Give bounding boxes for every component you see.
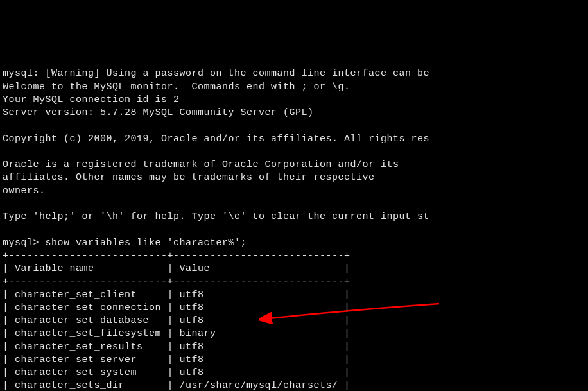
copyright-line: Copyright (c) 2000, 2019, Oracle and/or … [3,134,429,144]
server-version-line: Server version: 5.7.28 MySQL Community S… [3,107,314,118]
table-row: | character_set_connection | utf8 | [3,302,350,313]
trademark-line-3: owners. [3,186,46,196]
warning-line: mysql: [Warning] Using a password on the… [3,68,429,79]
table-row: | character_set_system | utf8 | [3,367,350,378]
table-row: | character_set_filesystem | binary | [3,328,350,339]
connection-line: Your MySQL connection id is 2 [3,94,180,105]
trademark-line-1: Oracle is a registered trademark of Orac… [3,159,399,170]
welcome-line: Welcome to the MySQL monitor. Commands e… [3,82,350,92]
help-line: Type 'help;' or '\h' for help. Type '\c'… [3,211,429,222]
trademark-line-2: affiliates. Other names may be trademark… [3,172,375,183]
table-row: | character_set_database | utf8 | [3,315,350,326]
command: show variables like 'character%'; [46,238,247,248]
table-header: | Variable_name | Value | [3,263,350,274]
table-row: | character_sets_dir | /usr/share/mysql/… [3,380,350,391]
prompt: mysql> [3,238,46,248]
table-border-mid: +--------------------------+------------… [3,276,350,287]
table-row: | character_set_results | utf8 | [3,342,350,352]
terminal-output[interactable]: mysql: [Warning] Using a password on the… [3,55,585,391]
table-row: | character_set_client | utf8 | [3,290,350,300]
table-row: | character_set_server | utf8 | [3,354,350,365]
table-border-top: +--------------------------+------------… [3,250,350,261]
